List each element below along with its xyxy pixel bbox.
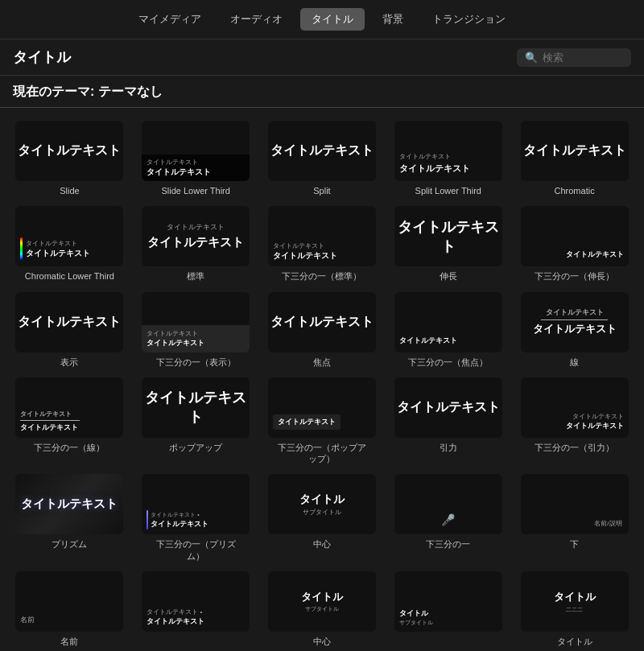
thumb-slide-lt: タイトルテキスト タイトルテキスト xyxy=(142,121,250,181)
main: タイトル xyxy=(554,590,596,604)
grid-item-stretch[interactable]: タイトルテキスト 伸長 xyxy=(386,203,510,285)
thumb-focus: タイトルテキスト xyxy=(268,292,376,352)
grid-item-slide[interactable]: タイトルテキスト Slide xyxy=(8,117,131,200)
item-label: タイトル xyxy=(557,636,592,647)
lt-small: タイトルテキスト xyxy=(26,239,90,248)
lt-main: タイトルテキスト xyxy=(147,167,245,178)
lt-main: タイトルテキスト xyxy=(566,249,624,260)
grid-item-split-lt[interactable]: タイトルテキスト タイトルテキスト Split Lower Third xyxy=(386,117,510,200)
main: タイトル xyxy=(399,608,497,619)
two-line: タイトルテキスト タイトルテキスト xyxy=(147,222,244,250)
item-label: Split Lower Third xyxy=(415,185,481,196)
theme-label: 現在のテーマ: テーマなし xyxy=(0,76,644,108)
sub: 二二二 xyxy=(566,606,583,614)
thumb-popup: タイトルテキスト xyxy=(142,377,250,438)
nav-background[interactable]: 背景 xyxy=(371,8,415,31)
grid-item-stretch-lt[interactable]: タイトルテキスト 下三分の一（伸長） xyxy=(513,203,636,285)
grid-item-slide-lower-third[interactable]: タイトルテキスト タイトルテキスト Slide Lower Third xyxy=(134,117,258,200)
grid-item-standard[interactable]: タイトルテキスト タイトルテキスト 標準 xyxy=(134,203,258,285)
lt-small: タイトルテキスト • xyxy=(151,511,208,519)
item-label: 下三分の一（標準） xyxy=(282,270,361,282)
grid-item-line[interactable]: タイトルテキスト タイトルテキスト 線 xyxy=(513,289,636,371)
item-label: 下 xyxy=(570,538,579,550)
nav-transition[interactable]: トランジション xyxy=(421,8,517,31)
thumb-title-only: タイトル 二二二 xyxy=(521,571,629,632)
grid-item-prism-lt[interactable]: タイトルテキスト • タイトルテキスト 下三分の一（プリズム） xyxy=(134,471,258,565)
grid-item-center[interactable]: タイトル サブタイトル 中心 xyxy=(261,471,384,565)
item-label: 下三分の一（伸長） xyxy=(535,270,614,282)
thumb-chromatic: タイトルテキスト xyxy=(521,121,629,181)
name: 名前 xyxy=(20,615,35,625)
search-icon: 🔍 xyxy=(525,52,538,64)
thumb-lower-three: タイトル サブタイトル xyxy=(394,571,502,632)
item-label: 下三分の一（引力） xyxy=(535,442,614,453)
grid-item-display[interactable]: タイトルテキスト 表示 xyxy=(8,289,131,371)
nav-title[interactable]: タイトル xyxy=(300,8,365,31)
thumb-lower-two: タイトルテキスト • タイトルテキスト xyxy=(142,571,250,632)
grid-item-lower-two[interactable]: タイトルテキスト • タイトルテキスト xyxy=(134,568,258,650)
grid-item-split[interactable]: タイトルテキスト Split xyxy=(261,117,384,200)
lt-small: タイトルテキスト xyxy=(147,158,245,167)
item-label: 下三分の一（焦点） xyxy=(408,356,488,368)
grid-item-chromatic[interactable]: タイトルテキスト Chromatic xyxy=(513,117,636,200)
grid-item-prism[interactable]: タイトルテキスト プリズム xyxy=(8,471,131,565)
thumb-popup-lt: タイトルテキスト xyxy=(268,377,376,438)
grid-item-gravity-lt[interactable]: タイトルテキスト タイトルテキスト 下三分の一（引力） xyxy=(513,374,636,468)
page-title: タイトル xyxy=(13,47,71,67)
top-navigation: マイメディア オーディオ タイトル 背景 トランジション xyxy=(0,0,644,39)
thumb-gravity-lt: タイトルテキスト タイトルテキスト xyxy=(521,377,629,438)
nav-audio[interactable]: オーディオ xyxy=(219,8,294,31)
item-label: Chromatic Lower Third xyxy=(25,270,114,282)
item-label: 名前 xyxy=(60,636,78,647)
grid-item-focus-lt[interactable]: タイトルテキスト 下三分の一（焦点） xyxy=(386,289,510,371)
thumb-stretch: タイトルテキスト xyxy=(394,206,502,266)
thumb-text: タイトルテキスト xyxy=(523,142,626,159)
title-grid: タイトルテキスト Slide タイトルテキスト タイトルテキスト Slide L… xyxy=(0,111,644,651)
thumb-split-lt: タイトルテキスト タイトルテキスト xyxy=(394,121,502,181)
main: タイトルテキスト xyxy=(147,616,245,627)
icon: 🎤 xyxy=(441,513,455,526)
search-input[interactable] xyxy=(543,52,623,64)
thumb-standard-lt: タイトルテキスト タイトルテキスト xyxy=(268,206,376,266)
grid-item-title-only[interactable]: タイトル 二二二 タイトル xyxy=(513,568,636,650)
lt-small: タイトルテキスト xyxy=(273,241,371,250)
sub: タイトルテキスト xyxy=(167,222,225,233)
grid-item-line-lt[interactable]: タイトルテキスト タイトルテキスト 下三分の一（線） xyxy=(8,374,131,468)
item-label: 伸長 xyxy=(440,270,457,282)
grid-item-popup-lt[interactable]: タイトルテキスト 下三分の一（ポップアップ） xyxy=(261,374,384,468)
search-box[interactable]: 🔍 xyxy=(517,48,631,67)
lt-main: タイトルテキスト xyxy=(273,250,371,262)
thumb-text: タイトルテキスト xyxy=(18,314,121,331)
grid-item-focus[interactable]: タイトルテキスト 焦点 xyxy=(261,289,384,371)
thumb-text: タイトルテキスト xyxy=(142,388,250,426)
grid-item-lower-name[interactable]: 名前/説明 下 xyxy=(513,471,636,565)
thumb-text: タイトルテキスト xyxy=(270,142,374,159)
sub: サブタイトル xyxy=(399,619,497,627)
grid-item-lower-icon[interactable]: 🎤 下三分の一 xyxy=(386,471,510,565)
grid-item-center2[interactable]: タイトル サブタイトル 中心 xyxy=(261,568,384,650)
thumb-center: タイトル サブタイトル xyxy=(268,474,376,534)
lt-main: タイトルテキスト xyxy=(566,421,624,431)
grid-item-chromatic-lt[interactable]: タイトルテキスト タイトルテキスト Chromatic Lower Third xyxy=(8,203,131,285)
thumb-center2: タイトル サブタイトル xyxy=(268,571,376,632)
small: タイトルテキスト xyxy=(20,410,118,418)
grid-item-name-only[interactable]: 名前 名前 xyxy=(8,568,131,650)
thumb-text: タイトルテキスト xyxy=(394,217,502,256)
item-label: 下三分の一（プリズム） xyxy=(147,538,244,562)
grid-item-lower-three[interactable]: タイトル サブタイトル xyxy=(386,568,510,650)
grid-item-display-lt[interactable]: タイトルテキスト タイトルテキスト 下三分の一（表示） xyxy=(134,289,258,371)
name: 名前/説明 xyxy=(594,519,621,528)
grid-item-standard-lt[interactable]: タイトルテキスト タイトルテキスト 下三分の一（標準） xyxy=(261,203,384,285)
thumb-text: タイトルテキスト xyxy=(397,399,500,416)
lt-main: タイトルテキスト xyxy=(278,417,336,427)
thumb-prism-lt: タイトルテキスト • タイトルテキスト xyxy=(142,474,250,534)
thumb-line-lt: タイトルテキスト タイトルテキスト xyxy=(15,377,123,438)
item-label: 下三分の一 xyxy=(426,538,470,550)
nav-mymedia[interactable]: マイメディア xyxy=(127,8,213,31)
thumb-line: タイトルテキスト タイトルテキスト xyxy=(521,292,629,352)
main: タイトルテキスト xyxy=(533,322,617,336)
grid-item-popup[interactable]: タイトルテキスト ポップアップ xyxy=(134,374,258,468)
main: タイトルテキスト xyxy=(20,422,118,433)
lt-main: タイトルテキスト xyxy=(151,519,208,529)
grid-item-gravity[interactable]: タイトルテキスト 引力 xyxy=(386,374,510,468)
